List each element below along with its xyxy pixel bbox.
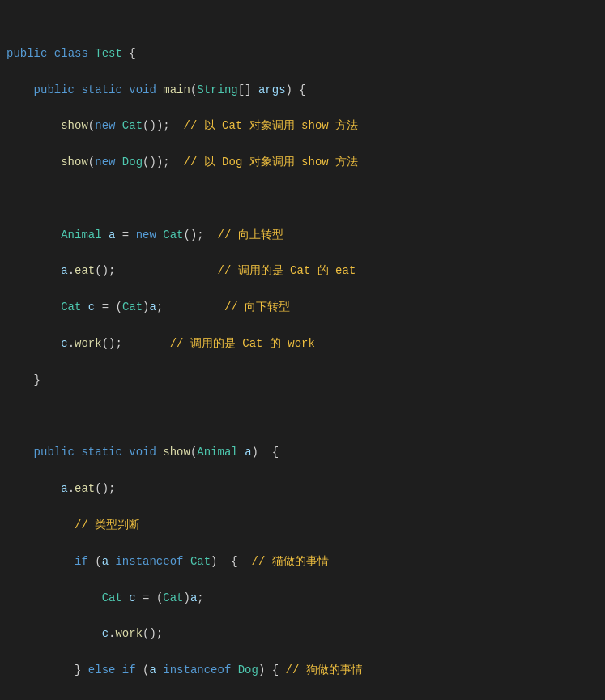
code-line-4: show(new Dog()); // 以 Dog 对象调用 show 方法 bbox=[0, 153, 605, 171]
code-line-8: Cat c = (Cat)a; // 向下转型 bbox=[0, 298, 605, 316]
code-line-11 bbox=[0, 408, 605, 425]
code-line-9: c.work(); // 调用的是 Cat 的 work bbox=[0, 335, 605, 352]
code-line-2: public static void main(String[] args) { bbox=[0, 81, 605, 99]
code-line-6: Animal a = new Cat(); // 向上转型 bbox=[0, 226, 605, 244]
code-line-14: // 类型判断 bbox=[0, 516, 605, 534]
code-line-10: } bbox=[0, 371, 605, 389]
code-line-1: public class Test { bbox=[0, 45, 605, 62]
code-line-16: Cat c = (Cat)a; bbox=[0, 589, 605, 607]
code-line-12: public static void show(Animal a) { bbox=[0, 443, 605, 461]
code-line-7: a.eat(); // 调用的是 Cat 的 eat bbox=[0, 262, 605, 280]
code-line-17: c.work(); bbox=[0, 625, 605, 642]
code-block: public class Test { public static void m… bbox=[0, 0, 605, 700]
code-line-13: a.eat(); bbox=[0, 480, 605, 497]
code-line-15: if (a instanceof Cat) { // 猫做的事情 bbox=[0, 553, 605, 570]
code-line-5 bbox=[0, 190, 605, 207]
code-line-18: } else if (a instanceof Dog) { // 狗做的事情 bbox=[0, 661, 605, 679]
code-line-3: show(new Cat()); // 以 Cat 对象调用 show 方法 bbox=[0, 117, 605, 134]
